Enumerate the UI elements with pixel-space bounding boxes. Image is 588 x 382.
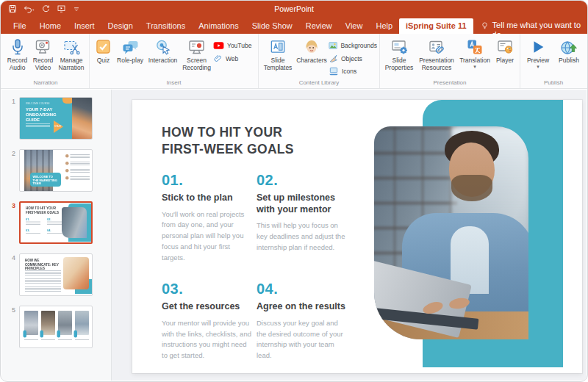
undo-icon [24, 4, 35, 13]
ribbon-group-insert: Quiz Role-play Interaction Screen Record… [89, 34, 258, 88]
group-label-presentation: Presentation [382, 79, 517, 88]
slide-properties-gear-icon [390, 36, 409, 57]
webcam-icon [34, 36, 52, 57]
tab-ispring-suite[interactable]: iSpring Suite 11 [399, 18, 473, 34]
slide-4-paragraph [25, 270, 61, 276]
goal-item-3[interactable]: 03. Get the resources Your mentor will p… [162, 281, 257, 361]
slide-3-thumbnail-selected[interactable]: HOW TO HIT YOUR FIRST-WEEK GOALS 01. 02.… [19, 201, 93, 244]
ribbon-group-publish: Preview ▾ Publish Publish [520, 34, 587, 88]
slide-4-paragraph [25, 286, 61, 292]
tab-view[interactable]: View [339, 18, 370, 34]
slideshow-icon [57, 4, 66, 13]
web-button[interactable]: Web [213, 54, 256, 63]
characters-button[interactable]: Characters [295, 36, 329, 65]
current-slide[interactable]: HOW TO HIT YOUR FIRST-WEEK GOALS 01. Sti… [132, 100, 582, 373]
slide-1-thumbnail[interactable]: WELCOME COURSE YOUR 7-DAY ONBOARDING GUI… [19, 97, 93, 140]
preview-button[interactable]: Preview ▾ [523, 36, 553, 69]
youtube-icon [213, 41, 224, 50]
title-bar: PowerPoint [1, 1, 587, 17]
redo-icon [41, 4, 50, 13]
slide-4-title: HOW WE COMMUNICATE: KEY PRINCIPLES [25, 259, 63, 270]
ribbon-group-narration: Record Audio Record Video Manage Narrati… [2, 34, 89, 88]
slide-templates-button[interactable]: Slide Templates [261, 36, 295, 72]
undo-button[interactable] [24, 4, 35, 13]
preview-play-icon [530, 36, 546, 57]
redo-button[interactable] [41, 4, 50, 13]
save-button[interactable] [8, 4, 17, 13]
tab-animations[interactable]: Animations [192, 18, 245, 34]
group-label-narration: Narration [4, 79, 87, 88]
thumbnail-row-2: 2 WELCOME TO THE MARKETING TEAM [6, 149, 111, 192]
goal-item-1[interactable]: 01. Stick to the plan You'll work on rea… [162, 172, 257, 263]
slide-3-goals-mini: 01. 02. 03. 04. [26, 217, 64, 237]
slide-5-thumbnail[interactable] [19, 306, 93, 348]
slide-properties-button[interactable]: Slide Properties [382, 36, 416, 72]
publish-button[interactable]: Publish [553, 36, 584, 65]
resources-paperclip-icon [428, 36, 446, 57]
player-palette-icon [496, 36, 514, 57]
goal-item-2[interactable]: 02. Set up milestones with your mentor T… [257, 172, 359, 263]
quiz-check-icon [95, 36, 112, 57]
slide-1-photo [72, 98, 93, 140]
goal-body: This will help you focus on key deadline… [257, 220, 349, 253]
goal-item-4[interactable]: 04. Agree on the results Discuss your ke… [257, 281, 359, 361]
slide-5-number: 5 [6, 306, 15, 348]
lightbulb-icon [481, 21, 489, 31]
start-slideshow-button[interactable] [57, 4, 66, 13]
ribbon: Record Audio Record Video Manage Narrati… [1, 34, 587, 89]
goal-heading: Stick to the plan [162, 192, 251, 204]
backgrounds-button[interactable]: Backgrounds [329, 41, 377, 50]
screen-record-icon [187, 36, 206, 57]
quiz-button[interactable]: Quiz [92, 36, 115, 65]
presentation-resources-button[interactable]: Presentation Resources [416, 36, 457, 72]
slide-3-number: 3 [6, 201, 15, 244]
ribbon-group-presentation: Slide Properties Presentation Resources … [379, 34, 520, 88]
tab-insert[interactable]: Insert [68, 18, 101, 34]
goal-number: 04. [257, 281, 359, 298]
role-play-button[interactable]: Role-play [115, 36, 146, 65]
tell-me-box[interactable]: Tell me what you want to do [481, 18, 587, 34]
customize-quick-access-button[interactable] [73, 5, 80, 12]
icons-button[interactable]: Icons [329, 67, 377, 76]
character-face-icon [303, 36, 320, 57]
player-button[interactable]: Player [492, 36, 517, 65]
record-audio-button[interactable]: Record Audio [4, 36, 30, 72]
tab-design[interactable]: Design [101, 18, 140, 34]
objects-button[interactable]: Objects [329, 54, 377, 63]
ribbon-tab-bar: File Home Insert Design Transitions Anim… [1, 17, 587, 34]
narration-scissors-icon [62, 36, 81, 57]
screen-recording-button[interactable]: Screen Recording [180, 36, 213, 72]
tab-home[interactable]: Home [33, 18, 68, 34]
publish-globe-icon [559, 36, 578, 57]
powerpoint-window: PowerPoint File Home Insert Design Trans… [0, 0, 588, 382]
record-video-button[interactable]: Record Video [30, 36, 56, 72]
goal-body: You'll work on real projects from day on… [162, 209, 254, 264]
slide-4-number: 4 [6, 253, 15, 296]
tab-file[interactable]: File [7, 18, 33, 34]
goals-grid: 01. Stick to the plan You'll work on rea… [162, 172, 359, 361]
paperclip-icon [213, 54, 223, 63]
translate-icon [466, 36, 484, 57]
tab-help[interactable]: Help [369, 18, 399, 34]
slide-1-number: 1 [6, 97, 15, 140]
speech-bubbles-icon [121, 36, 140, 57]
slide-2-thumbnail[interactable]: WELCOME TO THE MARKETING TEAM [19, 149, 93, 192]
manage-narration-button[interactable]: Manage Narration [56, 36, 87, 72]
interaction-button[interactable]: Interaction [146, 36, 180, 65]
tab-slide-show[interactable]: Slide Show [245, 18, 299, 34]
preview-dropdown-caret[interactable]: ▾ [537, 65, 539, 69]
tab-transitions[interactable]: Transitions [140, 18, 192, 34]
goal-heading: Get the resources [162, 301, 251, 313]
youtube-button[interactable]: YouTube [213, 41, 256, 50]
slide-3-title: HOW TO HIT YOUR FIRST-WEEK GOALS [26, 206, 60, 215]
slide-4-thumbnail[interactable]: HOW WE COMMUNICATE: KEY PRINCIPLES [19, 253, 93, 296]
slide-photo-man-with-laptop[interactable] [374, 126, 528, 339]
slide-3-photo [62, 207, 87, 238]
slide-title[interactable]: HOW TO HIT YOUR FIRST-WEEK GOALS [162, 124, 312, 158]
group-label-content-library: Content Library [261, 79, 377, 88]
translation-button[interactable]: Translation ▾ [457, 36, 492, 69]
goal-body: Your mentor will provide you with the li… [162, 318, 254, 361]
translation-dropdown-caret[interactable]: ▾ [473, 65, 476, 69]
goal-heading: Set up milestones with your mentor [257, 192, 346, 215]
tab-review[interactable]: Review [299, 18, 339, 34]
